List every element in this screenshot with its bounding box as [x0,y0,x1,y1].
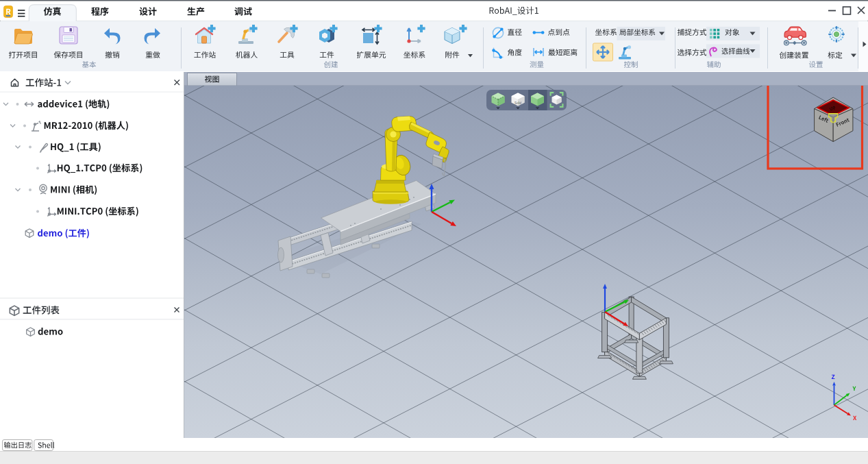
svg-text:Solid: Solid [514,101,522,105]
